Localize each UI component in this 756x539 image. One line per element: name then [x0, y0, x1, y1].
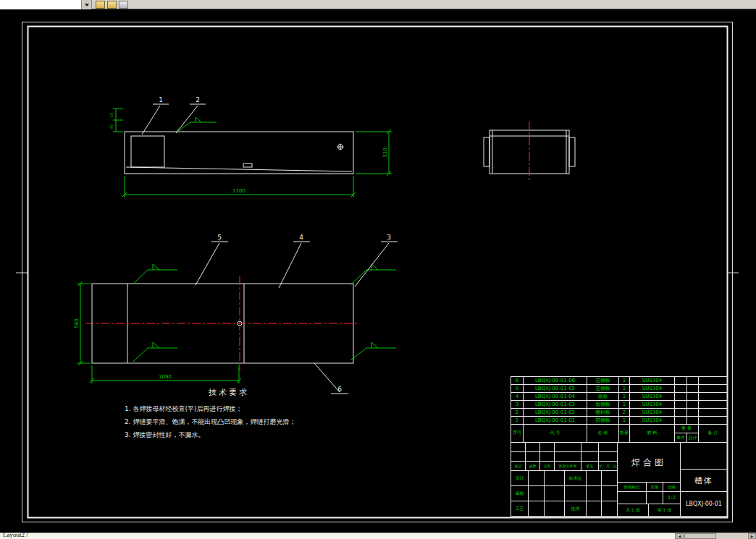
- print-icon[interactable]: [119, 1, 128, 9]
- bom-name: 侧封板: [587, 409, 619, 417]
- bom-header-seq: 序号: [511, 424, 524, 443]
- horizontal-scrollbar[interactable]: ◀ ▶: [675, 533, 756, 539]
- bom-header-material: 材 料: [630, 424, 675, 443]
- label-design: 设计: [511, 471, 529, 486]
- balloon-1: 1: [159, 96, 163, 103]
- bom-code: LBQXJ-00-01-03: [524, 401, 587, 409]
- bom-code: LBQXJ-00-01-02: [524, 409, 587, 417]
- bom-material: SUS304: [630, 377, 675, 385]
- bom-qty: 1: [619, 401, 630, 409]
- tech-req-line: 2. 焊缝要平滑、饱满，不能出现凸凹现象，焊缝打磨光滑；: [125, 415, 295, 428]
- bom-name: 后侧板: [587, 401, 619, 409]
- label-weight: 质量: [647, 483, 663, 492]
- label-standardize: 标准化: [565, 471, 587, 486]
- balloon-5: 5: [217, 234, 222, 241]
- layout-tab[interactable]: Layout2 /: [3, 531, 28, 538]
- top-view[interactable]: [125, 132, 353, 174]
- bom-material: SUS304: [630, 385, 675, 393]
- tech-requirements-title: 技术要求: [209, 387, 249, 398]
- bom-header-name: 名 称: [587, 424, 619, 443]
- bom-qty: 1: [619, 393, 630, 401]
- part-name: 槽体: [681, 470, 728, 492]
- revision-sign-block: 标记 处数 分区 更改文件号 签名 年、月、日 设计 标准化 审核 工艺 批准: [511, 443, 618, 517]
- bom-seq: 6: [511, 377, 524, 385]
- label-mark: 标记: [511, 462, 526, 471]
- drawing-title-block: 焊合图 阶段标记 质量 比例 1:2 共 1 张 第 1 张: [618, 443, 681, 517]
- balloon-6: 6: [337, 386, 342, 393]
- bom-seq: 3: [511, 401, 524, 409]
- bom-material: SUS304: [630, 401, 675, 409]
- bom-qty: 1: [619, 377, 630, 385]
- bom-header-total: 总计: [687, 433, 699, 443]
- bom-header-code: 代 号: [524, 424, 587, 443]
- bom-name: 底板: [587, 393, 619, 401]
- dim-small-b: 45: [109, 124, 114, 129]
- bom-header-qty: 数量: [619, 424, 630, 443]
- tech-req-line: 3. 焊接密封性好，不漏水。: [125, 428, 295, 441]
- title-block[interactable]: 6 LBQXJ-00-01-06 右侧板 1 SUS304 5 LBQXJ-00…: [511, 376, 728, 517]
- label-scale: 比例: [663, 483, 681, 492]
- bom-header-notes: 备 注: [699, 424, 728, 443]
- tab-divider: /: [26, 531, 28, 538]
- label-stage-mark: 阶段标记: [618, 483, 647, 492]
- bom-header-row: 序号 代 号 名 称 数量 材 料 重 量 备 注 单件 总计: [511, 424, 728, 443]
- plan-view[interactable]: [85, 276, 359, 370]
- drawing-title: 焊合图: [618, 443, 681, 483]
- dim-plan-width: 590: [74, 318, 80, 328]
- bom-header-weight: 重 量: [675, 424, 699, 433]
- dim-plan-bottom: 1090: [159, 374, 172, 380]
- bom-header-unit: 单件: [675, 433, 687, 443]
- label-process: 工艺: [511, 501, 529, 517]
- toolbar: [0, 0, 756, 9]
- balloon-4: 4: [299, 234, 303, 241]
- bom-code: LBQXJ-00-01-04: [524, 393, 587, 401]
- tech-req-line: 1. 各焊接母材经校直(平)后再进行焊接；: [125, 402, 295, 415]
- bom-qty: 2: [619, 409, 630, 417]
- label-zone: 分区: [540, 462, 555, 471]
- balloon-leaders: [142, 104, 398, 394]
- sheet-current: 第 1 张: [649, 504, 681, 517]
- scroll-left-icon[interactable]: ◀: [676, 533, 684, 539]
- bom-seq: 2: [511, 409, 524, 417]
- tech-requirements-list: 1. 各焊接母材经校直(平)后再进行焊接； 2. 焊缝要平滑、饱满，不能出现凸凹…: [125, 402, 295, 441]
- bom-material: SUS304: [630, 409, 675, 417]
- bom-code: LBQXJ-00-01-06: [524, 377, 587, 385]
- scale-value: 1:2: [663, 492, 681, 504]
- autocad-window: 1 2 5 4 3 6 1700 310 15 45 590 1090 技术要求…: [0, 0, 756, 539]
- label-sign: 签名: [581, 462, 599, 471]
- label-change-doc: 更改文件号: [555, 462, 581, 471]
- save-icon[interactable]: [107, 1, 117, 9]
- layout-tab-label[interactable]: Layout2: [3, 531, 25, 538]
- dim-top-length: 1700: [232, 188, 245, 194]
- bom-qty: 1: [619, 385, 630, 393]
- dropdown-arrow-icon[interactable]: [82, 0, 92, 9]
- open-icon[interactable]: [96, 1, 105, 9]
- bom-name: 右侧板: [587, 377, 619, 385]
- bom-name: 左侧板: [587, 385, 619, 393]
- dimension-lines: [77, 109, 392, 383]
- statusbar: Layout2 / ◀ ▶: [0, 532, 756, 539]
- bom-table: 6 LBQXJ-00-01-06 右侧板 1 SUS304 5 LBQXJ-00…: [511, 376, 728, 425]
- toolbar-combo[interactable]: [0, 0, 82, 9]
- dimension-labels: 1700 310 15 45 590 1090: [74, 113, 388, 380]
- label-check: 审核: [511, 486, 529, 501]
- drawing-number: LBQXJ-00-01: [681, 492, 728, 517]
- dim-top-height: 310: [382, 148, 388, 157]
- label-approve: 批准: [565, 501, 587, 517]
- part-id-block: 槽体 LBQXJ-00-01: [681, 443, 728, 517]
- dim-small-a: 15: [109, 113, 114, 117]
- bom-seq: 4: [511, 393, 524, 401]
- bom-seq: 5: [511, 385, 524, 393]
- label-count: 处数: [526, 462, 540, 471]
- balloon-2: 2: [196, 96, 200, 103]
- balloon-3: 3: [387, 234, 391, 241]
- scrollbar-thumb[interactable]: [684, 533, 716, 539]
- label-date: 年、月、日: [599, 462, 618, 471]
- bom-code: LBQXJ-00-01-05: [524, 385, 587, 393]
- balloon-labels: 1 2 5 4 3 6: [159, 96, 391, 393]
- end-view[interactable]: [484, 122, 575, 182]
- scroll-right-icon[interactable]: ▶: [748, 533, 756, 539]
- weld-symbols: [133, 117, 396, 362]
- sheet-total: 共 1 张: [618, 504, 649, 517]
- bom-material: SUS304: [630, 393, 675, 401]
